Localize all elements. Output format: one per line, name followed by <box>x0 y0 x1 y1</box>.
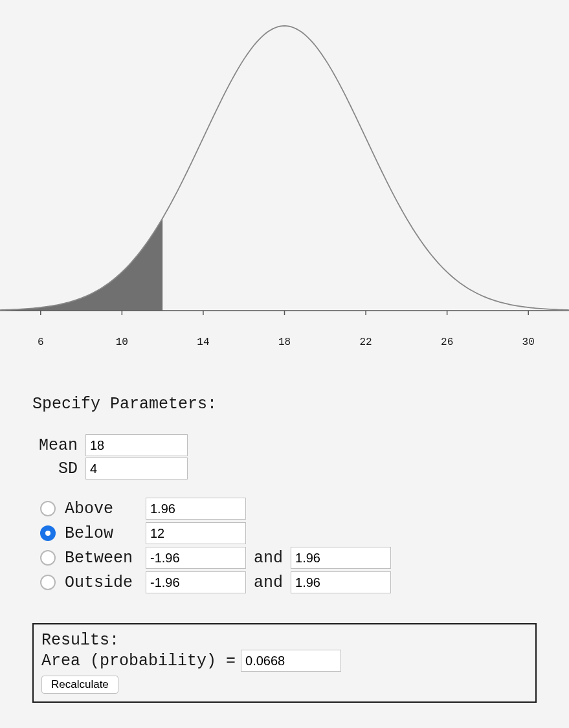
radio-outside[interactable] <box>40 575 56 590</box>
mean-input[interactable] <box>85 434 188 456</box>
between-label: Between <box>65 549 146 568</box>
normal-distribution-chart: 6101418222630 <box>0 0 569 356</box>
outside-low-input[interactable] <box>146 571 246 593</box>
x-tick-label: 30 <box>522 336 535 348</box>
below-label: Below <box>65 524 146 543</box>
outside-and-label: and <box>254 573 283 592</box>
area-probability-label: Area (probability) = <box>41 652 236 670</box>
below-input[interactable] <box>146 522 246 544</box>
sd-input[interactable] <box>85 458 188 480</box>
outside-high-input[interactable] <box>291 571 391 593</box>
radio-above[interactable] <box>40 501 56 516</box>
above-label: Above <box>65 500 146 518</box>
x-axis-ticks: 6101418222630 <box>0 336 569 356</box>
x-tick-label: 10 <box>116 336 128 348</box>
between-high-input[interactable] <box>291 547 391 569</box>
results-box: Results: Area (probability) = Recalculat… <box>32 623 537 703</box>
parameters-form: Specify Parameters: Mean SD Above Below … <box>0 356 569 593</box>
area-probability-output[interactable] <box>241 650 341 672</box>
recalculate-button[interactable]: Recalculate <box>41 676 118 694</box>
between-and-label: and <box>254 549 283 568</box>
x-tick-label: 14 <box>197 336 209 348</box>
x-tick-label: 22 <box>359 336 372 348</box>
outside-label: Outside <box>65 573 146 592</box>
parameters-heading: Specify Parameters: <box>32 395 569 414</box>
results-heading: Results: <box>41 631 528 650</box>
between-low-input[interactable] <box>146 547 246 569</box>
region-options: Above Below Between and Outside and <box>32 498 569 593</box>
mean-label: Mean <box>32 436 78 455</box>
x-tick-label: 26 <box>441 336 453 348</box>
radio-below[interactable] <box>40 525 56 541</box>
distribution-svg <box>0 19 569 336</box>
above-input[interactable] <box>146 498 246 520</box>
x-tick-label: 18 <box>278 336 291 348</box>
x-tick-label: 6 <box>38 336 44 348</box>
sd-label: SD <box>32 459 78 478</box>
radio-between[interactable] <box>40 550 56 566</box>
